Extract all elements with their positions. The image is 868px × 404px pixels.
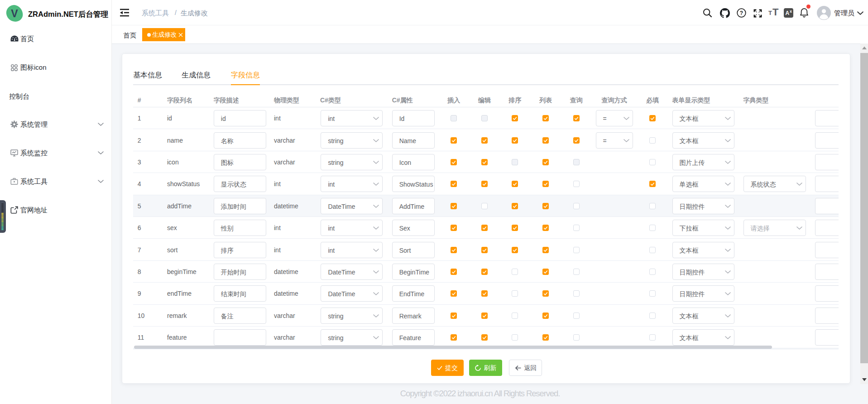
svg-text:?: ?	[740, 10, 743, 16]
